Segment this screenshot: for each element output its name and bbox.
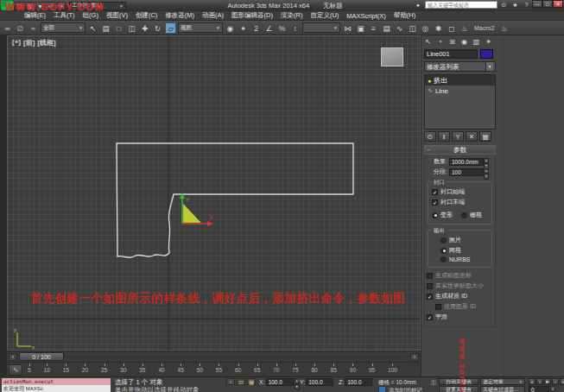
menu-item[interactable]: 组(G) [83,11,98,20]
cap-end-checkbox[interactable]: ✓ [432,199,438,205]
bind-to-space-warp-icon[interactable]: ≈ [28,22,39,34]
next-frame-arrow[interactable]: › [410,353,419,361]
search-icon[interactable]: ⊙ [499,1,509,9]
play-button[interactable]: ► [544,378,551,385]
menu-item[interactable]: 图形编辑器(D) [231,11,273,20]
parameters-rollout-header[interactable]: − 参数 [424,145,496,155]
application-menu-button[interactable] [1,1,14,10]
object-color-swatch[interactable] [480,49,493,59]
spinner-snap-toggle-icon[interactable]: ↕ [289,22,301,34]
layer-manager-icon[interactable]: ≡ [368,22,379,34]
minimize-button[interactable]: — [532,0,542,8]
menu-item[interactable]: 创建(C) [136,11,157,20]
modifier-enable-bulb-icon[interactable]: ● [428,78,431,84]
menu-item[interactable]: 视图(V) [106,11,128,20]
render-production-icon[interactable]: ♨ [459,22,470,34]
ribbon-toggle-icon[interactable]: ▤ [381,22,392,34]
unlink-selection-icon[interactable]: ∅ [15,22,26,34]
previous-key-button[interactable]: ‹ [536,378,543,385]
show-end-result-button[interactable]: ‖ [438,131,450,142]
render-teapot-icon[interactable]: ♨ [498,22,510,34]
mesh-radio[interactable] [440,248,447,254]
selection-lock-icon[interactable]: ⊡ [237,378,245,385]
menu-item[interactable]: 工具(T) [54,11,75,20]
previous-frame-arrow[interactable]: ‹ [9,353,17,361]
help-icon[interactable]: ? [522,1,531,9]
select-by-name-icon[interactable]: ▤ [100,22,111,34]
patch-radio[interactable] [440,237,447,243]
time-tag-icon[interactable] [378,386,386,392]
window-crossing-icon[interactable]: ◫ [126,22,137,34]
remove-modifier-button[interactable]: ✕ [466,131,478,142]
snaps-toggle-icon[interactable]: 2 [250,22,262,34]
y-coordinate-field[interactable]: 100.0 [306,378,333,386]
object-name-field[interactable] [424,49,478,59]
time-slider-handle[interactable]: 0 / 100 [19,352,64,361]
time-slider-track[interactable] [67,357,406,357]
mirror-icon[interactable]: ⋈ [342,22,353,34]
render-setup-icon[interactable]: ✱ [433,22,444,34]
segments-field[interactable]: 100 [449,168,484,176]
grid-radio[interactable] [461,212,467,218]
go-to-start-button[interactable]: « [529,378,535,385]
auto-key-button[interactable]: 自动关键点 [439,378,478,385]
amount-spinner[interactable]: ▴▾ [484,158,489,166]
new-scene-icon[interactable]: ▢ [15,2,24,10]
tab-motion[interactable]: ◉ [459,36,470,47]
named-selection-sets-dropdown[interactable]: ▼ [302,22,340,33]
set-key-button[interactable]: 设置关键点 [439,386,478,392]
menu-item[interactable]: 修改器(M) [165,11,194,20]
select-and-scale-icon[interactable]: ▱ [165,22,176,34]
menu-item[interactable]: 动画(A) [202,11,224,20]
mini-curve-editor-button[interactable]: ∿ [9,364,22,376]
add-time-tag[interactable]: 添加时间标记 [389,387,422,392]
modifier-list-dropdown[interactable]: 修改器列表 ▼ [424,61,496,72]
segments-spinner[interactable]: ▴▾ [484,168,489,176]
x-coordinate-field[interactable]: 100.0 [266,378,294,386]
select-and-rotate-icon[interactable]: ↻ [152,22,163,34]
pin-stack-button[interactable]: ⊙ [424,131,436,142]
tab-modify[interactable]: ◔ [434,36,446,47]
menu-item[interactable]: 自定义(U) [310,11,339,20]
maxscript-mini-listener[interactable]: 欢迎使用 MAXSc [2,385,111,392]
infocenter-arrow-icon[interactable]: ▸ [414,1,423,9]
nurbs-radio[interactable] [440,256,447,262]
close-button[interactable]: ✕ [553,0,563,8]
select-object-icon[interactable]: ↖ [87,22,98,34]
schematic-view-icon[interactable]: ◫ [407,22,418,34]
stack-item-line[interactable]: ∿ Line [425,85,495,96]
generate-material-ids-checkbox[interactable]: ✓ [427,294,433,300]
menu-item[interactable]: MAXScript(X) [346,12,385,20]
selection-filter-dropdown[interactable]: 全部▼ [41,22,86,33]
redo-icon[interactable]: ↷ [56,2,66,10]
smooth-checkbox[interactable]: ✓ [427,314,433,320]
amount-field[interactable]: 1000.0mm [449,158,484,166]
select-and-move-icon[interactable]: ✚ [139,22,150,34]
material-editor-icon[interactable]: ◎ [420,22,431,34]
open-file-icon[interactable]: ▣ [25,2,35,10]
stack-item-extrude[interactable]: ● 挤出 [425,75,495,85]
current-frame-field[interactable]: 0 [529,386,549,392]
x-spinner[interactable]: ▴▾ [295,378,300,386]
angle-snap-toggle-icon[interactable]: ∠ [263,22,275,34]
next-key-button[interactable]: › [552,378,559,385]
z-coordinate-field[interactable]: 100.0 [345,378,372,386]
menu-item[interactable]: 编辑(E) [24,11,46,20]
workspace-dropdown[interactable]: 工作区: 默认 ▼ [69,2,126,10]
key-filters-button[interactable]: 关键点过滤器... [480,386,525,392]
select-and-manipulate-icon[interactable]: ✦ [238,22,249,34]
tab-create[interactable]: ↖ [422,36,434,47]
rectangular-selection-region-icon[interactable]: □ [113,22,124,34]
real-world-map-size-checkbox[interactable] [427,283,433,289]
tab-hierarchy[interactable]: ⊞ [447,36,458,47]
use-pivot-point-center-icon[interactable]: ◉ [225,22,236,34]
make-unique-button[interactable]: Y [452,131,464,142]
align-icon[interactable]: ▣ [355,22,366,34]
generate-mapping-coords-checkbox[interactable] [427,273,433,279]
select-and-link-icon[interactable]: ∞ [2,22,13,34]
maxscript-mini-listener-macro[interactable]: actionMan.execut [2,378,111,385]
save-file-icon[interactable]: ▼ [35,2,45,10]
cap-start-checkbox[interactable]: ✓ [432,189,438,195]
rendered-frame-window-icon[interactable]: ◻ [446,22,457,34]
reference-coordinate-system-dropdown[interactable]: 视图▼ [178,22,223,33]
